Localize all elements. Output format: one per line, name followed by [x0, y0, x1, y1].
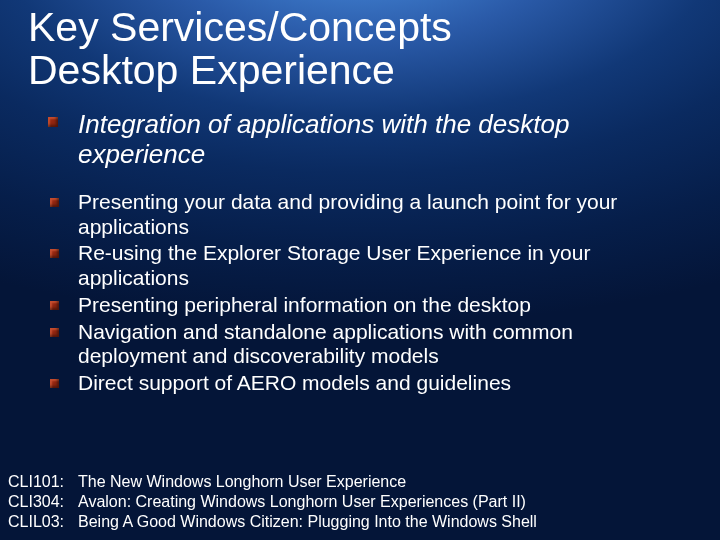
reference-code: CLIL03:	[8, 512, 78, 532]
reference-row: CLIL03: Being A Good Windows Citizen: Pl…	[8, 512, 537, 532]
reference-title: Avalon: Creating Windows Longhorn User E…	[78, 492, 526, 512]
title-line-2: Desktop Experience	[28, 49, 720, 92]
sub-group: Presenting your data and providing a lau…	[62, 190, 680, 396]
references: CLI101: The New Windows Longhorn User Ex…	[8, 472, 537, 532]
sub-list: Presenting your data and providing a lau…	[62, 190, 680, 396]
reference-title: The New Windows Longhorn User Experience	[78, 472, 406, 492]
reference-row: CLI304: Avalon: Creating Windows Longhor…	[8, 492, 537, 512]
list-item: Presenting your data and providing a lau…	[62, 190, 680, 240]
lead-bullet: Integration of applications with the des…	[62, 110, 680, 170]
list-item: Re-using the Explorer Storage User Exper…	[62, 241, 680, 291]
lead-text: Integration of applications with the des…	[78, 110, 680, 170]
list-item: Navigation and standalone applications w…	[62, 320, 680, 370]
slide-title: Key Services/Concepts Desktop Experience	[0, 0, 720, 92]
title-line-1: Key Services/Concepts	[28, 6, 720, 49]
slide: Key Services/Concepts Desktop Experience…	[0, 0, 720, 540]
reference-code: CLI101:	[8, 472, 78, 492]
reference-code: CLI304:	[8, 492, 78, 512]
top-list: Integration of applications with the des…	[62, 110, 680, 396]
list-item: Presenting peripheral information on the…	[62, 293, 680, 318]
reference-row: CLI101: The New Windows Longhorn User Ex…	[8, 472, 537, 492]
list-item: Direct support of AERO models and guidel…	[62, 371, 680, 396]
reference-title: Being A Good Windows Citizen: Plugging I…	[78, 512, 537, 532]
slide-body: Integration of applications with the des…	[0, 92, 720, 396]
